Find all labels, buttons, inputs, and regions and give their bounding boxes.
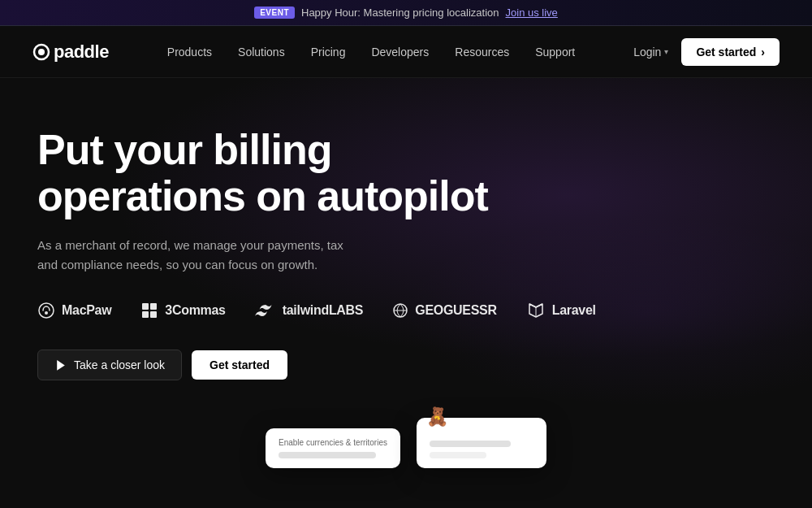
geoguessr-icon — [392, 302, 408, 319]
hero-title-line2: operations on autopilot — [37, 172, 488, 219]
navbar: paddle Products Solutions Pricing Develo… — [0, 26, 812, 78]
logo[interactable]: paddle — [32, 41, 109, 63]
nav-link-support[interactable]: Support — [535, 46, 575, 59]
bottom-preview: Enable currencies & territories 🧸 — [0, 418, 812, 468]
nav-link-developers[interactable]: Developers — [371, 46, 429, 59]
brand-laravel: Laravel — [526, 301, 596, 320]
hero-subtitle: As a merchant of record, we manage your … — [37, 236, 362, 275]
brand-tailwindlabs: tailwindLABS — [255, 302, 364, 319]
logo-icon — [32, 43, 50, 61]
announcement-bar: EVENT Happy Hour: Mastering pricing loca… — [0, 0, 812, 26]
macpaw-label: MacPaw — [62, 303, 111, 318]
svg-rect-3 — [142, 303, 149, 310]
svg-point-2 — [45, 311, 48, 315]
get-started-hero-label: Get started — [209, 358, 270, 371]
hero-title-line1: Put your billing — [37, 126, 331, 173]
hero-section: Put your billing operations on autopilot… — [0, 78, 812, 468]
laravel-icon — [526, 301, 546, 320]
nav-links: Products Solutions Pricing Developers Re… — [167, 45, 575, 59]
laravel-label: Laravel — [552, 303, 596, 318]
login-button[interactable]: Login ▾ — [633, 46, 668, 59]
announcement-text: Happy Hour: Mastering pricing localizati… — [301, 7, 499, 19]
nav-link-solutions[interactable]: Solutions — [238, 46, 285, 59]
nav-link-products[interactable]: Products — [167, 46, 212, 59]
svg-point-1 — [38, 49, 45, 55]
emoji-decoration: 🧸 — [426, 406, 448, 428]
tailwind-icon — [255, 302, 276, 319]
3commas-label: 3Commas — [165, 303, 225, 318]
nav-right: Login ▾ Get started › — [633, 38, 780, 66]
login-label: Login — [633, 46, 661, 59]
brand-3commas: 3Commas — [140, 302, 225, 319]
tailwindlabs-label: tailwindLABS — [283, 303, 364, 318]
svg-rect-5 — [142, 311, 149, 318]
get-started-nav-button[interactable]: Get started › — [681, 38, 780, 66]
geoguessr-label: GEOGUESSR — [415, 303, 496, 318]
cta-buttons: Take a closer look Get started — [37, 350, 775, 380]
preview-card-2: 🧸 — [417, 418, 546, 468]
get-started-nav-label: Get started — [696, 46, 756, 59]
play-icon — [54, 358, 67, 371]
macpaw-icon — [37, 302, 55, 319]
nav-link-resources[interactable]: Resources — [455, 46, 509, 59]
card1-label: Enable currencies & territories — [279, 438, 387, 447]
nav-link-pricing[interactable]: Pricing — [311, 46, 346, 59]
hero-title: Put your billing operations on autopilot — [37, 127, 492, 219]
get-started-hero-button[interactable]: Get started — [192, 350, 287, 380]
arrow-icon: › — [761, 46, 765, 59]
logo-text: paddle — [54, 41, 109, 63]
3commas-icon — [140, 302, 158, 319]
svg-rect-6 — [150, 311, 157, 318]
announcement-link[interactable]: Join us live — [506, 7, 558, 19]
event-badge: EVENT — [254, 7, 295, 19]
preview-card-1: Enable currencies & territories — [266, 428, 400, 468]
brand-macpaw: MacPaw — [37, 302, 111, 319]
closer-look-label: Take a closer look — [74, 358, 165, 371]
svg-rect-4 — [150, 303, 157, 310]
closer-look-button[interactable]: Take a closer look — [37, 350, 182, 380]
brand-geoguessr: GEOGUESSR — [392, 302, 496, 319]
brand-logos: MacPaw 3Commas tailwindLAB — [37, 301, 775, 320]
chevron-down-icon: ▾ — [664, 47, 668, 56]
